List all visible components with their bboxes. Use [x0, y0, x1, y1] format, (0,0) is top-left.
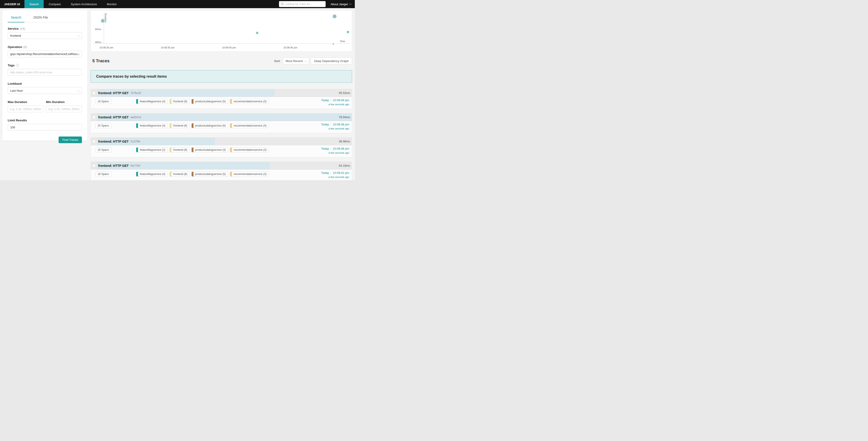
y-axis-tick-label: 60ms — [92, 28, 101, 31]
nav-item-search[interactable]: Search — [25, 0, 44, 8]
trace-scatter-point[interactable] — [101, 19, 104, 23]
service-label: Service(14) — [8, 27, 82, 30]
trace-select-checkbox[interactable] — [93, 92, 95, 94]
nav-item-system-architecture[interactable]: System Architecture — [66, 0, 102, 8]
service-color-stripe — [136, 172, 138, 176]
sort-select[interactable]: Most Recent — [283, 58, 309, 64]
lookback-select[interactable]: Last Hour — [8, 87, 82, 94]
trace-date[interactable]: Today — [321, 98, 329, 102]
service-select[interactable]: frontend — [8, 32, 82, 39]
service-pill-label: productcatalogservice (5) — [193, 100, 228, 103]
service-value: frontend — [10, 34, 80, 37]
trace-time[interactable]: 10:08:49 pm — [333, 98, 349, 102]
min-duration-input[interactable] — [49, 107, 80, 111]
trace-count-title: 5 Traces — [92, 58, 110, 63]
compare-banner-text: Compare traces by selecting result items — [96, 75, 167, 79]
trace-date[interactable]: Today — [321, 147, 329, 150]
trace-select-checkbox[interactable] — [93, 164, 95, 167]
trace-card-body: 18 Spans featureflagservice (4)frontend … — [91, 97, 352, 109]
service-pill: featureflagservice (4) — [136, 172, 168, 177]
help-icon[interactable]: ? — [16, 64, 19, 67]
trace-relative-time: a few seconds ago — [321, 127, 349, 130]
trace-time[interactable]: 10:08:48 pm — [333, 123, 349, 126]
trace-duration-value: 54.18ms — [339, 162, 350, 169]
span-count-pill: 18 Spans — [95, 99, 111, 104]
find-traces-button[interactable]: Find Traces — [59, 137, 82, 143]
trace-timestamp: Today10:08:48 pm a few seconds ago — [321, 147, 349, 154]
trace-result-card[interactable]: frontend: HTTP GET ae8341d 79.94ms 20 Sp… — [91, 113, 352, 133]
service-pill: recommendationservice (3) — [230, 147, 269, 152]
trace-id-input[interactable] — [279, 1, 326, 7]
trace-time[interactable]: 10:08:48 pm — [333, 147, 349, 150]
tags-input[interactable] — [10, 70, 80, 74]
top-nav: JAEGER UI SearchCompareSystem Architectu… — [0, 0, 355, 8]
service-pill: frontend (6) — [169, 147, 190, 152]
service-pill-group: featureflagservice (4)frontend (6)produc… — [136, 172, 269, 177]
service-pill-label: featureflagservice (4) — [138, 100, 167, 103]
service-pill-label: recommendationservice (3) — [232, 100, 269, 103]
trace-select-checkbox[interactable] — [93, 140, 95, 143]
service-pill: featureflagservice (2) — [136, 147, 168, 152]
results-header: 5 Traces Sort: Most Recent Deep Dependen… — [91, 52, 352, 70]
service-color-stripe — [230, 123, 232, 128]
service-color-stripe — [170, 99, 172, 104]
trace-result-card[interactable]: frontend: HTTP GET 7876e26 55.53ms 18 Sp… — [91, 89, 352, 109]
min-duration-wrap — [46, 106, 82, 112]
service-pill: featureflagservice (4) — [136, 99, 168, 104]
limit-results-label: Limit Results — [8, 119, 82, 122]
nav-item-monitor[interactable]: Monitor — [102, 0, 122, 8]
nav-right: About Jaeger — [279, 0, 355, 8]
service-color-stripe — [192, 123, 193, 128]
service-pill: frontend (6) — [169, 172, 190, 177]
service-pill-label: featureflagservice (4) — [138, 173, 167, 176]
trace-result-card[interactable]: frontend: HTTP GET f5e7783 54.18ms 18 Sp… — [91, 161, 352, 180]
jaeger-search-page: JAEGER UI SearchCompareSystem Architectu… — [0, 0, 355, 180]
span-count-pill: 18 Spans — [95, 172, 111, 177]
trace-scatter-point[interactable] — [333, 14, 337, 18]
tab-json-file[interactable]: JSON File — [30, 13, 51, 22]
chevron-down-icon — [304, 60, 307, 62]
service-color-stripe — [230, 148, 232, 152]
service-color-stripe — [230, 172, 232, 176]
about-jaeger-label: About Jaeger — [331, 2, 348, 6]
service-pill: featureflagservice (4) — [136, 123, 168, 128]
service-pill: productcatalogservice (5) — [191, 99, 228, 104]
tab-search[interactable]: Search — [8, 13, 25, 22]
service-color-stripe — [192, 148, 193, 152]
trace-title: frontend: HTTP GET — [98, 140, 128, 143]
service-pill: frontend (6) — [169, 99, 190, 104]
service-count: (14) — [20, 27, 25, 30]
service-color-stripe — [170, 172, 172, 176]
about-jaeger-menu[interactable]: About Jaeger — [331, 2, 351, 6]
nav-item-compare[interactable]: Compare — [44, 0, 66, 8]
limit-results-input[interactable] — [10, 126, 80, 129]
trace-duration-value: 36.98ms — [339, 138, 350, 145]
deep-dependency-graph-button[interactable]: Deep Dependency Graph — [311, 58, 352, 64]
service-pill-label: recommendationservice (3) — [232, 148, 269, 151]
max-duration-label: Max Duration — [8, 100, 44, 104]
trace-result-list: frontend: HTTP GET 7876e26 55.53ms 18 Sp… — [91, 89, 352, 180]
trace-date[interactable]: Today — [321, 171, 329, 175]
service-pill: recommendationservice (3) — [230, 172, 269, 177]
trace-scatter-point[interactable] — [256, 32, 258, 34]
search-sidebar: SearchJSON File Service(14) frontend Ope… — [2, 10, 87, 141]
lookback-label: Lookback — [8, 82, 82, 85]
max-duration-input[interactable] — [10, 107, 41, 111]
service-pill-label: recommendationservice (3) — [232, 173, 269, 176]
trace-id-search[interactable] — [279, 1, 326, 7]
trace-scatter-point[interactable] — [333, 43, 334, 45]
trace-scatter-point[interactable] — [347, 31, 349, 33]
trace-result-card[interactable]: frontend: HTTP GET 01d7f9b 36.98ms 15 Sp… — [91, 138, 352, 157]
trace-time[interactable]: 10:08:42 pm — [333, 171, 349, 175]
operation-select[interactable]: grpc.hipstershop.RecommendationService/L… — [8, 51, 82, 57]
service-color-stripe — [192, 172, 193, 176]
service-pill-label: frontend (6) — [172, 148, 189, 151]
service-pill-label: productcatalogservice (5) — [193, 173, 228, 176]
trace-card-header: frontend: HTTP GET ae8341d 79.94ms — [91, 113, 352, 121]
operation-count: (8) — [23, 45, 27, 49]
trace-select-checkbox[interactable] — [93, 116, 95, 119]
service-pill-label: frontend (6) — [172, 173, 189, 176]
min-duration-label: Min Duration — [46, 100, 82, 104]
compare-banner: Compare traces by selecting result items — [91, 70, 352, 83]
trace-date[interactable]: Today — [321, 123, 329, 126]
